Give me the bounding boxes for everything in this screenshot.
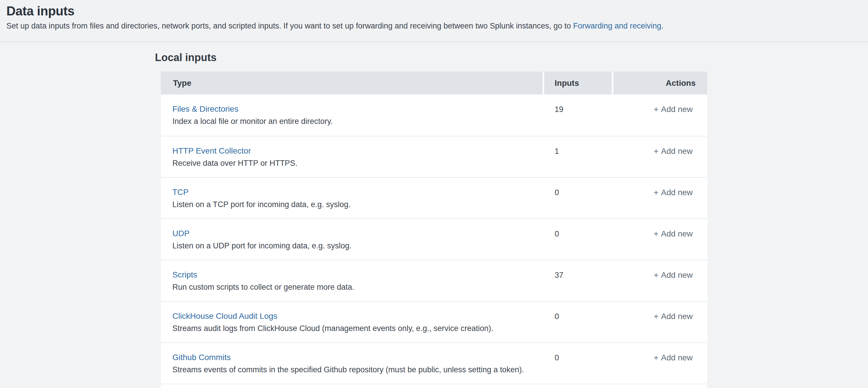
plus-icon: +: [654, 353, 658, 362]
add-new-label: Add new: [661, 147, 693, 156]
inputs-count: 0: [544, 302, 613, 342]
main-content: Local inputs Type Inputs Actions Files &…: [0, 52, 868, 388]
add-new-label: Add new: [661, 105, 693, 114]
table-row: TCP Listen on a TCP port for incoming da…: [161, 177, 707, 218]
plus-icon: +: [654, 105, 658, 114]
inputs-count: 0: [544, 178, 613, 218]
type-cell: TCP Listen on a TCP port for incoming da…: [161, 178, 544, 218]
page-header: Data inputs Set up data inputs from file…: [0, 0, 868, 42]
type-cell: Github Commits Streams events of commits…: [161, 343, 544, 384]
table-header-row: Type Inputs Actions: [161, 71, 707, 94]
input-type-description: Listen on a UDP port for incoming data, …: [173, 241, 538, 250]
input-type-link[interactable]: UDP: [173, 229, 189, 238]
page-subtitle-period: .: [661, 22, 664, 30]
actions-cell: +Add new: [613, 178, 707, 218]
inputs-count: 0: [544, 343, 613, 384]
page-subtitle-text: Set up data inputs from files and direct…: [6, 22, 573, 30]
table-row: ClickHouse Cloud Audit Logs Streams audi…: [161, 301, 707, 342]
input-type-link[interactable]: Github Commits: [173, 353, 231, 362]
actions-cell: +Add new: [613, 302, 707, 342]
input-type-link[interactable]: HTTP Event Collector: [173, 146, 251, 156]
add-new-label: Add new: [661, 353, 693, 362]
input-type-link[interactable]: Files & Directories: [173, 105, 238, 114]
add-new-label: Add new: [661, 270, 693, 279]
add-new-button[interactable]: +Add new: [654, 353, 693, 362]
input-type-description: Index a local file or monitor an entire …: [173, 117, 538, 126]
forwarding-and-receiving-link[interactable]: Forwarding and receiving: [573, 22, 661, 30]
plus-icon: +: [654, 147, 658, 156]
column-header-inputs: Inputs: [544, 71, 612, 94]
input-type-description: Streams events of commits in the specifi…: [173, 365, 538, 374]
add-new-label: Add new: [661, 312, 693, 321]
actions-cell: +Add new: [613, 260, 707, 301]
actions-cell: +Add new: [613, 219, 707, 260]
column-header-actions: Actions: [613, 71, 707, 94]
actions-cell: +Add new: [613, 137, 707, 177]
local-inputs-table: Type Inputs Actions Files & Directories …: [161, 71, 707, 388]
plus-icon: +: [654, 312, 658, 321]
actions-cell: +Add new: [613, 94, 707, 136]
column-header-type: Type: [161, 71, 542, 94]
inputs-count: 1: [544, 137, 613, 177]
input-type-description: Receive data over HTTP or HTTPS.: [173, 158, 538, 168]
inputs-count: 19: [544, 94, 613, 136]
type-cell: Scripts Run custom scripts to collect or…: [161, 260, 544, 301]
page-subtitle: Set up data inputs from files and direct…: [6, 21, 856, 31]
local-inputs-heading: Local inputs: [155, 52, 868, 64]
actions-cell: +Add new: [613, 343, 707, 384]
add-new-button[interactable]: +Add new: [654, 229, 693, 238]
add-new-button[interactable]: +Add new: [654, 147, 693, 156]
type-cell: UDP Listen on a UDP port for incoming da…: [161, 219, 544, 260]
add-new-button[interactable]: +Add new: [654, 270, 693, 279]
inputs-count: 37: [544, 260, 613, 301]
plus-icon: +: [654, 188, 658, 197]
plus-icon: +: [654, 229, 658, 238]
input-type-link[interactable]: ClickHouse Cloud Audit Logs: [173, 311, 277, 321]
table-row: HTTP Event Collector Receive data over H…: [161, 136, 707, 177]
add-new-button[interactable]: +Add new: [654, 312, 693, 321]
table-row: Scripts Run custom scripts to collect or…: [161, 260, 707, 301]
table-row: UDP Listen on a UDP port for incoming da…: [161, 218, 707, 260]
add-new-label: Add new: [661, 188, 693, 197]
add-new-label: Add new: [661, 229, 693, 238]
type-cell: ClickHouse Cloud Audit Logs Streams audi…: [161, 302, 544, 342]
input-type-link[interactable]: Scripts: [173, 270, 197, 279]
inputs-count: 0: [544, 219, 613, 260]
plus-icon: +: [654, 270, 658, 279]
page-title: Data inputs: [6, 3, 856, 19]
add-new-button[interactable]: +Add new: [654, 188, 693, 197]
type-cell: HTTP Event Collector Receive data over H…: [161, 137, 544, 177]
input-type-description: Streams audit logs from ClickHouse Cloud…: [173, 324, 538, 333]
input-type-link[interactable]: TCP: [173, 188, 189, 197]
input-type-description: Listen on a TCP port for incoming data, …: [173, 200, 538, 209]
table-row: Files & Directories Index a local file o…: [161, 94, 707, 136]
input-type-description: Run custom scripts to collect or generat…: [173, 282, 538, 292]
table-row-partial: [161, 384, 707, 388]
table-row: Github Commits Streams events of commits…: [161, 342, 707, 384]
add-new-button[interactable]: +Add new: [654, 105, 693, 114]
type-cell: Files & Directories Index a local file o…: [161, 94, 544, 136]
